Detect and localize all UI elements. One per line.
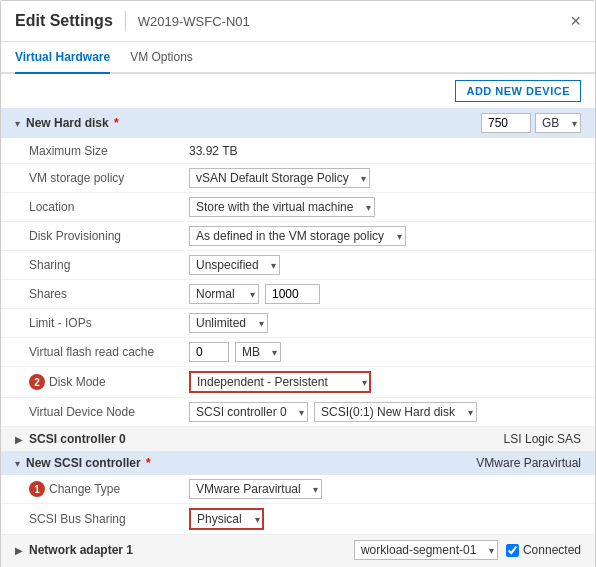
vdn-controller-select-wrapper: SCSI controller 0 [189, 402, 308, 422]
flash-cache-unit-wrapper: MB [235, 342, 281, 362]
virtual-device-node-value: SCSI controller 0 SCSI(0:1) New Hard dis… [189, 402, 581, 422]
scsi-bus-sharing-row: SCSI Bus Sharing Physical None Virtual [1, 504, 595, 535]
location-value: Store with the virtual machine [189, 197, 581, 217]
toolbar: ADD NEW DEVICE [1, 74, 595, 108]
network-adapter-label: Network adapter 1 [29, 543, 133, 557]
disk-mode-value: Independent - Persistent Dependent Indep… [189, 371, 581, 393]
network-connected-wrap: Connected [506, 543, 581, 557]
tab-vm-options[interactable]: VM Options [130, 42, 193, 74]
vdn-node-select[interactable]: SCSI(0:1) New Hard disk [314, 402, 477, 422]
change-type-select[interactable]: VMware Paravirtual BusLogic Parallel LSI… [189, 479, 322, 499]
close-button[interactable]: × [570, 12, 581, 30]
add-new-device-button[interactable]: ADD NEW DEVICE [455, 80, 581, 102]
vm-name: W2019-WSFC-N01 [138, 14, 250, 29]
shares-value-input[interactable] [265, 284, 320, 304]
flash-cache-label: Virtual flash read cache [29, 345, 189, 359]
vm-storage-policy-select[interactable]: vSAN Default Storage Policy [189, 168, 370, 188]
network-adapter-value: workload-segment-01 Connected [354, 540, 581, 560]
limit-iops-value: Unlimited [189, 313, 581, 333]
hard-disk-size-input[interactable] [481, 113, 531, 133]
vm-storage-policy-value: vSAN Default Storage Policy [189, 168, 581, 188]
limit-iops-select[interactable]: Unlimited [189, 313, 268, 333]
disk-mode-row: 2 Disk Mode Independent - Persistent Dep… [1, 367, 595, 398]
change-type-label: 1 Change Type [29, 481, 189, 497]
settings-content: ▾ New Hard disk * GB TB MB Maximum Size … [1, 108, 595, 567]
max-size-label: Maximum Size [29, 144, 189, 158]
network-connected-checkbox[interactable] [506, 544, 519, 557]
scsi-controller-chevron: ▶ [15, 434, 23, 445]
hard-disk-unit-select[interactable]: GB TB MB [535, 113, 581, 133]
sharing-row: Sharing Unspecified [1, 251, 595, 280]
virtual-device-node-label: Virtual Device Node [29, 405, 189, 419]
flash-cache-row: Virtual flash read cache MB [1, 338, 595, 367]
sharing-select[interactable]: Unspecified [189, 255, 280, 275]
flash-cache-input[interactable] [189, 342, 229, 362]
shares-select[interactable]: Normal Low High Custom [189, 284, 259, 304]
flash-cache-unit-select[interactable]: MB [235, 342, 281, 362]
change-type-row: 1 Change Type VMware Paravirtual BusLogi… [1, 475, 595, 504]
new-hard-disk-chevron: ▾ [15, 118, 20, 129]
vm-storage-policy-select-wrapper: vSAN Default Storage Policy [189, 168, 370, 188]
vdn-controller-select[interactable]: SCSI controller 0 [189, 402, 308, 422]
vm-storage-policy-label: VM storage policy [29, 171, 189, 185]
new-scsi-value: VMware Paravirtual [476, 456, 581, 470]
limit-iops-row: Limit - IOPs Unlimited [1, 309, 595, 338]
scsi-bus-sharing-select[interactable]: Physical None Virtual [189, 508, 264, 530]
new-scsi-chevron: ▾ [15, 458, 20, 469]
disk-provisioning-label: Disk Provisioning [29, 229, 189, 243]
disk-provisioning-row: Disk Provisioning As defined in the VM s… [1, 222, 595, 251]
tab-bar: Virtual Hardware VM Options [1, 42, 595, 74]
location-select-wrapper: Store with the virtual machine [189, 197, 375, 217]
modal-header: Edit Settings W2019-WSFC-N01 × [1, 1, 595, 42]
disk-mode-select[interactable]: Independent - Persistent Dependent Indep… [189, 371, 371, 393]
scsi-controller-header[interactable]: ▶ SCSI controller 0 LSI Logic SAS [1, 427, 595, 451]
new-scsi-label: New SCSI controller * [26, 456, 151, 470]
network-connected-label: Connected [523, 543, 581, 557]
limit-iops-label: Limit - IOPs [29, 316, 189, 330]
shares-row: Shares Normal Low High Custom [1, 280, 595, 309]
shares-value: Normal Low High Custom [189, 284, 581, 304]
disk-provisioning-select[interactable]: As defined in the VM storage policy [189, 226, 406, 246]
location-row: Location Store with the virtual machine [1, 193, 595, 222]
tab-virtual-hardware[interactable]: Virtual Hardware [15, 42, 110, 74]
edit-settings-modal: Edit Settings W2019-WSFC-N01 × Virtual H… [0, 0, 596, 567]
network-adapter-select-wrapper: workload-segment-01 [354, 540, 498, 560]
network-adapter-chevron: ▶ [15, 545, 23, 556]
change-type-badge: 1 [29, 481, 45, 497]
change-type-select-wrapper: VMware Paravirtual BusLogic Parallel LSI… [189, 479, 322, 499]
network-adapter-header[interactable]: ▶ Network adapter 1 workload-segment-01 … [1, 535, 595, 565]
disk-mode-badge: 2 [29, 374, 45, 390]
scsi-controller-value: LSI Logic SAS [504, 432, 581, 446]
new-hard-disk-header[interactable]: ▾ New Hard disk * GB TB MB [1, 108, 595, 138]
location-label: Location [29, 200, 189, 214]
virtual-device-node-row: Virtual Device Node SCSI controller 0 SC… [1, 398, 595, 427]
sharing-select-wrapper: Unspecified [189, 255, 280, 275]
max-size-value: 33.92 TB [189, 144, 581, 158]
scsi-bus-sharing-label: SCSI Bus Sharing [29, 512, 189, 526]
header-divider [125, 11, 126, 31]
disk-provisioning-value: As defined in the VM storage policy [189, 226, 581, 246]
location-select[interactable]: Store with the virtual machine [189, 197, 375, 217]
sharing-value: Unspecified [189, 255, 581, 275]
disk-mode-label: 2 Disk Mode [29, 374, 189, 390]
limit-iops-select-wrapper: Unlimited [189, 313, 268, 333]
change-type-value: VMware Paravirtual BusLogic Parallel LSI… [189, 479, 581, 499]
vm-storage-policy-row: VM storage policy vSAN Default Storage P… [1, 164, 595, 193]
new-scsi-header[interactable]: ▾ New SCSI controller * VMware Paravirtu… [1, 451, 595, 475]
max-size-row: Maximum Size 33.92 TB [1, 138, 595, 164]
disk-provisioning-select-wrapper: As defined in the VM storage policy [189, 226, 406, 246]
disk-mode-select-wrapper: Independent - Persistent Dependent Indep… [189, 371, 371, 393]
modal-title: Edit Settings [15, 12, 113, 30]
new-hard-disk-value: GB TB MB [481, 113, 581, 133]
sharing-label: Sharing [29, 258, 189, 272]
flash-cache-value: MB [189, 342, 581, 362]
new-hard-disk-label: New Hard disk * [26, 116, 119, 130]
network-adapter-select[interactable]: workload-segment-01 [354, 540, 498, 560]
shares-label: Shares [29, 287, 189, 301]
vdn-node-select-wrapper: SCSI(0:1) New Hard disk [314, 402, 477, 422]
scsi-bus-sharing-value: Physical None Virtual [189, 508, 581, 530]
shares-select-wrapper: Normal Low High Custom [189, 284, 259, 304]
scsi-bus-sharing-select-wrapper: Physical None Virtual [189, 508, 264, 530]
hard-disk-unit-select-wrapper: GB TB MB [535, 113, 581, 133]
scsi-controller-label: SCSI controller 0 [29, 432, 126, 446]
